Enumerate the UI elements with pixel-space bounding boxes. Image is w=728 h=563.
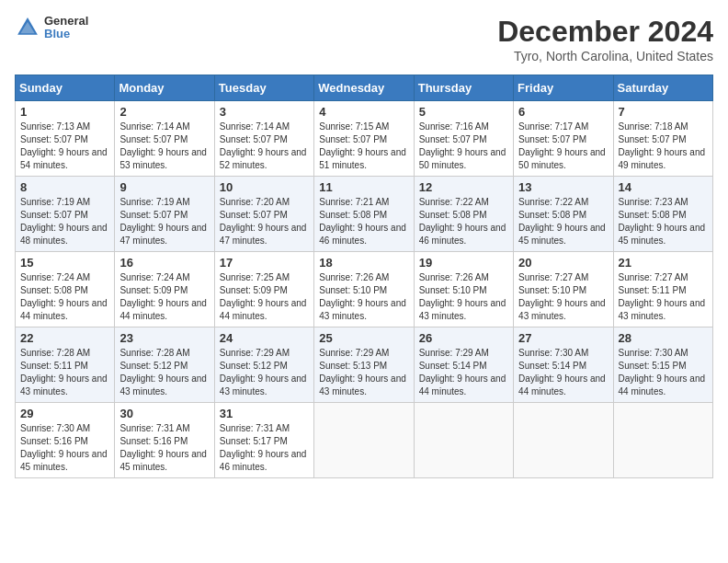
calendar-day-cell: 4Sunrise: 7:15 AM Sunset: 5:07 PM Daylig… bbox=[314, 101, 414, 177]
day-number: 30 bbox=[119, 407, 209, 420]
day-number: 25 bbox=[319, 331, 408, 345]
day-number: 10 bbox=[220, 180, 309, 194]
calendar-day-cell: 20Sunrise: 7:27 AM Sunset: 5:10 PM Dayli… bbox=[514, 252, 613, 327]
calendar-day-cell: 11Sunrise: 7:21 AM Sunset: 5:08 PM Dayli… bbox=[314, 177, 414, 252]
logo-line2: Blue bbox=[44, 28, 88, 40]
calendar-header-row: SundayMondayTuesdayWednesdayThursdayFrid… bbox=[16, 75, 713, 101]
calendar-day-cell: 25Sunrise: 7:29 AM Sunset: 5:13 PM Dayli… bbox=[314, 327, 414, 403]
day-number: 2 bbox=[119, 105, 209, 119]
calendar-day-cell: 30Sunrise: 7:31 AM Sunset: 5:16 PM Dayli… bbox=[115, 403, 214, 478]
day-info: Sunrise: 7:30 AM Sunset: 5:16 PM Dayligh… bbox=[20, 422, 109, 474]
day-info: Sunrise: 7:17 AM Sunset: 5:07 PM Dayligh… bbox=[518, 121, 608, 172]
day-number: 6 bbox=[518, 105, 608, 119]
weekday-header: Saturday bbox=[613, 75, 712, 101]
day-number: 19 bbox=[419, 256, 508, 270]
calendar-day-cell: 18Sunrise: 7:26 AM Sunset: 5:10 PM Dayli… bbox=[314, 252, 414, 327]
day-number: 21 bbox=[619, 256, 708, 270]
day-info: Sunrise: 7:24 AM Sunset: 5:08 PM Dayligh… bbox=[20, 271, 109, 323]
title-block: December 2024 Tyro, North Carolina, Unit… bbox=[497, 15, 713, 63]
day-number: 20 bbox=[518, 256, 608, 270]
day-info: Sunrise: 7:19 AM Sunset: 5:07 PM Dayligh… bbox=[119, 196, 209, 247]
weekday-header: Thursday bbox=[414, 75, 513, 101]
weekday-header: Sunday bbox=[16, 75, 115, 101]
calendar-day-cell: 19Sunrise: 7:26 AM Sunset: 5:10 PM Dayli… bbox=[414, 252, 513, 327]
calendar-day-cell: 9Sunrise: 7:19 AM Sunset: 5:07 PM Daylig… bbox=[115, 177, 214, 252]
day-info: Sunrise: 7:14 AM Sunset: 5:07 PM Dayligh… bbox=[119, 121, 209, 172]
day-info: Sunrise: 7:28 AM Sunset: 5:11 PM Dayligh… bbox=[20, 347, 109, 398]
calendar-day-cell: 7Sunrise: 7:18 AM Sunset: 5:07 PM Daylig… bbox=[613, 101, 712, 177]
day-info: Sunrise: 7:25 AM Sunset: 5:09 PM Dayligh… bbox=[220, 271, 309, 323]
day-info: Sunrise: 7:13 AM Sunset: 5:07 PM Dayligh… bbox=[20, 121, 109, 172]
day-info: Sunrise: 7:24 AM Sunset: 5:09 PM Dayligh… bbox=[119, 271, 209, 323]
calendar-week-row: 15Sunrise: 7:24 AM Sunset: 5:08 PM Dayli… bbox=[16, 252, 713, 327]
calendar-week-row: 1Sunrise: 7:13 AM Sunset: 5:07 PM Daylig… bbox=[16, 101, 713, 177]
calendar-day-cell bbox=[514, 403, 613, 478]
day-info: Sunrise: 7:22 AM Sunset: 5:08 PM Dayligh… bbox=[419, 196, 508, 247]
day-number: 27 bbox=[518, 331, 608, 345]
day-info: Sunrise: 7:20 AM Sunset: 5:07 PM Dayligh… bbox=[220, 196, 309, 247]
calendar-day-cell: 2Sunrise: 7:14 AM Sunset: 5:07 PM Daylig… bbox=[115, 101, 214, 177]
day-number: 5 bbox=[419, 105, 508, 119]
day-info: Sunrise: 7:16 AM Sunset: 5:07 PM Dayligh… bbox=[419, 121, 508, 172]
calendar-day-cell: 8Sunrise: 7:19 AM Sunset: 5:07 PM Daylig… bbox=[16, 177, 115, 252]
calendar-body: 1Sunrise: 7:13 AM Sunset: 5:07 PM Daylig… bbox=[16, 101, 713, 478]
calendar-day-cell: 5Sunrise: 7:16 AM Sunset: 5:07 PM Daylig… bbox=[414, 101, 513, 177]
day-info: Sunrise: 7:21 AM Sunset: 5:08 PM Dayligh… bbox=[319, 196, 408, 247]
calendar-day-cell: 6Sunrise: 7:17 AM Sunset: 5:07 PM Daylig… bbox=[514, 101, 613, 177]
day-number: 22 bbox=[20, 331, 109, 345]
day-number: 23 bbox=[119, 331, 209, 345]
day-info: Sunrise: 7:26 AM Sunset: 5:10 PM Dayligh… bbox=[419, 271, 508, 323]
day-number: 12 bbox=[419, 180, 508, 194]
calendar-day-cell: 12Sunrise: 7:22 AM Sunset: 5:08 PM Dayli… bbox=[414, 177, 513, 252]
day-info: Sunrise: 7:14 AM Sunset: 5:07 PM Dayligh… bbox=[220, 121, 309, 172]
day-info: Sunrise: 7:31 AM Sunset: 5:17 PM Dayligh… bbox=[220, 422, 309, 474]
day-info: Sunrise: 7:30 AM Sunset: 5:15 PM Dayligh… bbox=[619, 347, 708, 398]
calendar-day-cell: 23Sunrise: 7:28 AM Sunset: 5:12 PM Dayli… bbox=[115, 327, 214, 403]
day-number: 15 bbox=[20, 256, 109, 270]
day-number: 28 bbox=[619, 331, 708, 345]
calendar-day-cell bbox=[314, 403, 414, 478]
weekday-header: Friday bbox=[514, 75, 613, 101]
day-number: 9 bbox=[119, 180, 209, 194]
page-header: General Blue December 2024 Tyro, North C… bbox=[15, 15, 713, 63]
day-info: Sunrise: 7:27 AM Sunset: 5:10 PM Dayligh… bbox=[518, 271, 608, 323]
calendar-week-row: 8Sunrise: 7:19 AM Sunset: 5:07 PM Daylig… bbox=[16, 177, 713, 252]
month-title: December 2024 bbox=[497, 15, 713, 49]
day-number: 3 bbox=[220, 105, 309, 119]
logo-line1: General bbox=[44, 15, 88, 28]
calendar-day-cell: 16Sunrise: 7:24 AM Sunset: 5:09 PM Dayli… bbox=[115, 252, 214, 327]
weekday-header: Tuesday bbox=[214, 75, 313, 101]
day-number: 14 bbox=[619, 180, 708, 194]
calendar-day-cell: 28Sunrise: 7:30 AM Sunset: 5:15 PM Dayli… bbox=[613, 327, 712, 403]
weekday-header: Monday bbox=[115, 75, 214, 101]
day-info: Sunrise: 7:26 AM Sunset: 5:10 PM Dayligh… bbox=[319, 271, 408, 323]
calendar-day-cell: 22Sunrise: 7:28 AM Sunset: 5:11 PM Dayli… bbox=[16, 327, 115, 403]
calendar-day-cell: 31Sunrise: 7:31 AM Sunset: 5:17 PM Dayli… bbox=[214, 403, 313, 478]
day-number: 29 bbox=[20, 407, 109, 420]
day-info: Sunrise: 7:31 AM Sunset: 5:16 PM Dayligh… bbox=[119, 422, 209, 474]
day-info: Sunrise: 7:15 AM Sunset: 5:07 PM Dayligh… bbox=[319, 121, 408, 172]
day-number: 24 bbox=[220, 331, 309, 345]
logo-text: General Blue bbox=[44, 15, 88, 41]
calendar-day-cell bbox=[414, 403, 513, 478]
logo-icon bbox=[15, 15, 40, 40]
day-number: 7 bbox=[619, 105, 708, 119]
day-info: Sunrise: 7:29 AM Sunset: 5:14 PM Dayligh… bbox=[419, 347, 508, 398]
day-info: Sunrise: 7:30 AM Sunset: 5:14 PM Dayligh… bbox=[518, 347, 608, 398]
calendar-table: SundayMondayTuesdayWednesdayThursdayFrid… bbox=[15, 75, 713, 478]
calendar-week-row: 29Sunrise: 7:30 AM Sunset: 5:16 PM Dayli… bbox=[16, 403, 713, 478]
day-number: 17 bbox=[220, 256, 309, 270]
day-info: Sunrise: 7:22 AM Sunset: 5:08 PM Dayligh… bbox=[518, 196, 608, 247]
calendar-day-cell: 29Sunrise: 7:30 AM Sunset: 5:16 PM Dayli… bbox=[16, 403, 115, 478]
day-info: Sunrise: 7:29 AM Sunset: 5:12 PM Dayligh… bbox=[220, 347, 309, 398]
day-number: 8 bbox=[20, 180, 109, 194]
calendar-day-cell: 10Sunrise: 7:20 AM Sunset: 5:07 PM Dayli… bbox=[214, 177, 313, 252]
day-info: Sunrise: 7:23 AM Sunset: 5:08 PM Dayligh… bbox=[619, 196, 708, 247]
day-number: 4 bbox=[319, 105, 408, 119]
calendar-week-row: 22Sunrise: 7:28 AM Sunset: 5:11 PM Dayli… bbox=[16, 327, 713, 403]
day-number: 11 bbox=[319, 180, 408, 194]
logo: General Blue bbox=[15, 15, 88, 41]
day-number: 1 bbox=[20, 105, 109, 119]
calendar-day-cell: 3Sunrise: 7:14 AM Sunset: 5:07 PM Daylig… bbox=[214, 101, 313, 177]
calendar-day-cell: 24Sunrise: 7:29 AM Sunset: 5:12 PM Dayli… bbox=[214, 327, 313, 403]
